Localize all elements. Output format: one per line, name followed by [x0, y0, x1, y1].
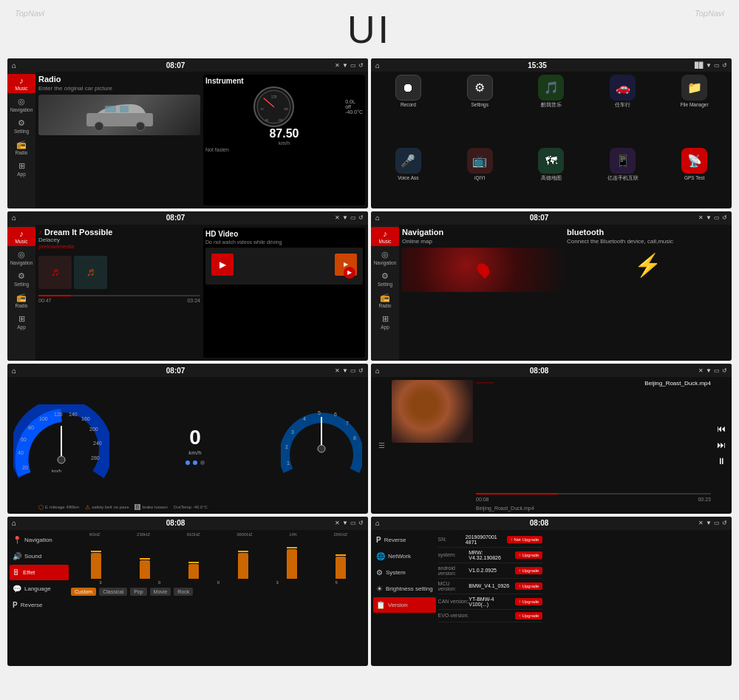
app-file-manager[interactable]: 📁 File Manager — [660, 75, 729, 145]
bluetooth-icon: ⚡ — [567, 252, 729, 278]
sidebar-music-4[interactable]: ♪ Music — [371, 227, 399, 246]
app-iqiyi[interactable]: 📺 iQIYI — [446, 148, 514, 208]
pause-btn[interactable]: ⏸ — [717, 456, 726, 466]
sidebar-nav-1[interactable]: ◎ Navigation — [7, 95, 35, 115]
bt-title: bluetooth — [567, 228, 729, 237]
settings-effet[interactable]: 🎚 Effet — [10, 565, 69, 580]
radio-title: Radio — [38, 75, 200, 84]
sidebar-app-3[interactable]: ⊞ App — [7, 312, 35, 332]
svg-text:2: 2 — [285, 444, 288, 449]
app-settings[interactable]: ⚙ Settings — [446, 75, 514, 145]
preset-classical[interactable]: Classical — [99, 588, 127, 596]
svg-point-35 — [318, 445, 325, 452]
settings-menu: 📍 Navigation 🔊 Sound 🎚 Effet 💬 Language … — [10, 532, 69, 665]
app-music[interactable]: 🎵 酷我音乐 — [517, 75, 586, 145]
preset-pop[interactable]: Pop — [130, 588, 146, 596]
app-voice[interactable]: 🎤 Voice Ass — [374, 148, 443, 208]
btn-upgrade-3[interactable]: ↑ Upgrade — [515, 582, 543, 590]
album-arts: ♬ ♬ — [38, 253, 200, 292]
prev-btn[interactable]: ⏮ — [717, 424, 726, 434]
svg-text:120: 120 — [54, 412, 63, 417]
sysinfo-version[interactable]: 📋 Version — [373, 597, 436, 613]
svg-text:20: 20 — [22, 465, 28, 470]
screen-apps: ⌂ 15:35 ▉▉ ▼ ▭ ↺ ⏺ Record ⚙ Settings 🎵 酷… — [371, 58, 732, 208]
dot-2 — [193, 461, 197, 465]
screen1-layout: ♪ Music ◎ Navigation ⚙ Setting 📻 Radio ⊞ — [7, 72, 368, 208]
video-progress-fill — [476, 493, 558, 495]
svg-text:1: 1 — [287, 461, 290, 466]
sidebar-setting-1[interactable]: ⚙ Setting — [7, 116, 35, 136]
home-icon-6[interactable]: ⌂ — [375, 367, 380, 375]
sidebar-app-1[interactable]: ⊞ App — [7, 159, 35, 179]
music-progress-fill — [38, 295, 71, 296]
video-thumb: ▶ ▶ ▶ — [205, 248, 363, 285]
next-btn[interactable]: ⏭ — [717, 440, 726, 450]
preset-movie[interactable]: Movie — [150, 588, 171, 596]
btn-upgrade-5[interactable]: ↑ Upgrade — [515, 612, 543, 619]
sidebar-app-4[interactable]: ⊞ App — [371, 312, 399, 332]
sysinfo-brightness[interactable]: ☀ Brightness setting — [373, 581, 436, 597]
btn-upgrade-2[interactable]: ↑ Upgrade — [515, 567, 543, 574]
hd-subtitle: Do not watch videos while driving — [205, 239, 363, 245]
home-icon-2[interactable]: ⌂ — [375, 61, 380, 69]
home-icon-3[interactable]: ⌂ — [12, 214, 16, 222]
topbar-5: ⌂ 08:07 ✕ ▼ ▭ ↺ — [7, 364, 368, 377]
sidebar-music-1[interactable]: ♪ Music — [7, 74, 35, 93]
playlist-icon[interactable]: ☰ — [374, 380, 389, 511]
status-icons-5: ✕ ▼ ▭ ↺ — [335, 367, 364, 374]
eq-values: 3 0 0 3 5 — [71, 580, 366, 585]
svg-text:200: 200 — [89, 427, 98, 432]
settings-sound[interactable]: 🔊 Sound — [10, 548, 69, 564]
screen1-grid: Radio Enter the original car picture — [38, 75, 365, 205]
app-map[interactable]: 🗺 高德地图 — [517, 148, 586, 208]
home-icon-1[interactable]: ⌂ — [12, 61, 16, 69]
video-thumbnail-large — [392, 380, 473, 443]
eq-bar-910 — [188, 538, 199, 579]
sidebar-radio-3[interactable]: 📻 Radio — [7, 290, 35, 310]
svg-text:8: 8 — [353, 435, 356, 441]
home-icon-5[interactable]: ⌂ — [12, 367, 16, 375]
settings-navigation[interactable]: 📍 Navigation — [10, 532, 69, 548]
app-connect[interactable]: 📱 亿连手机互联 — [588, 148, 657, 208]
sysinfo-network[interactable]: 🌐 NetWork — [373, 548, 436, 564]
sidebar-nav-4[interactable]: ◎ Navigation — [371, 248, 399, 268]
sidebar-setting-4[interactable]: ⚙ Setting — [371, 269, 399, 289]
time-3: 08:07 — [166, 214, 185, 222]
video-progress-bar[interactable] — [476, 493, 711, 495]
eq-freq-labels: 60HZ 230HZ 910HZ 3600HZ 14K 20KHZ — [71, 532, 366, 537]
sidebar-nav-3[interactable]: ◎ Navigation — [7, 248, 35, 268]
home-icon-8[interactable]: ⌂ — [375, 519, 380, 527]
preset-custom[interactable]: Custom — [71, 588, 96, 596]
btn-upgrade-4[interactable]: ↑ Upgrade — [515, 598, 543, 605]
status-icons-3: ✕ ▼ ▭ ↺ — [335, 214, 364, 221]
bt-section: bluetooth Connect the Bluetooth device, … — [567, 228, 729, 359]
settings-reverse[interactable]: P Reverse — [10, 597, 69, 613]
app-car[interactable]: 🚗 任车行 — [588, 75, 657, 145]
sidebar-radio-4[interactable]: 📻 Radio — [371, 290, 399, 310]
sysinfo-system[interactable]: ⚙ System — [373, 565, 436, 580]
btn-upgrade-1[interactable]: ↑ Upgrade — [515, 551, 543, 559]
sidebar-music-3[interactable]: ♪ Music — [7, 227, 35, 246]
map-preview — [402, 248, 564, 292]
time-2: 15:35 — [528, 61, 547, 69]
topbar-3: ⌂ 08:07 ✕ ▼ ▭ ↺ — [7, 211, 368, 225]
home-icon-4[interactable]: ⌂ — [375, 214, 380, 222]
preset-rock[interactable]: Rock — [174, 588, 193, 596]
btn-net-upgrade[interactable]: ↑ Net Upgrade — [507, 536, 543, 543]
home-icon-7[interactable]: ⌂ — [12, 519, 16, 527]
sidebar-setting-3[interactable]: ⚙ Setting — [7, 269, 35, 289]
artist: Delacey — [38, 237, 200, 243]
speed-value: 0 — [185, 426, 205, 449]
app-record[interactable]: ⏺ Record — [374, 75, 443, 145]
sidebar-radio-1[interactable]: 📻 Radio — [7, 137, 35, 157]
sysinfo-reverse[interactable]: P Reverse — [373, 532, 436, 548]
status-seatbelt: ⚠ safety belt no pass — [85, 504, 129, 511]
settings-language[interactable]: 💬 Language — [10, 581, 69, 597]
album: preloadmedia — [38, 243, 200, 250]
right-gauge: 1 2 3 4 5 6 7 8 — [281, 404, 362, 486]
app-gps[interactable]: 📡 GPS Test — [660, 148, 729, 208]
play-btn[interactable]: ▶ — [344, 267, 355, 279]
nav-title: Navigation — [402, 228, 564, 237]
screen4-layout: ♪ Music ◎ Navigation ⚙ Setting 📻 Radio ⊞ — [371, 225, 732, 361]
svg-point-24 — [58, 456, 65, 463]
